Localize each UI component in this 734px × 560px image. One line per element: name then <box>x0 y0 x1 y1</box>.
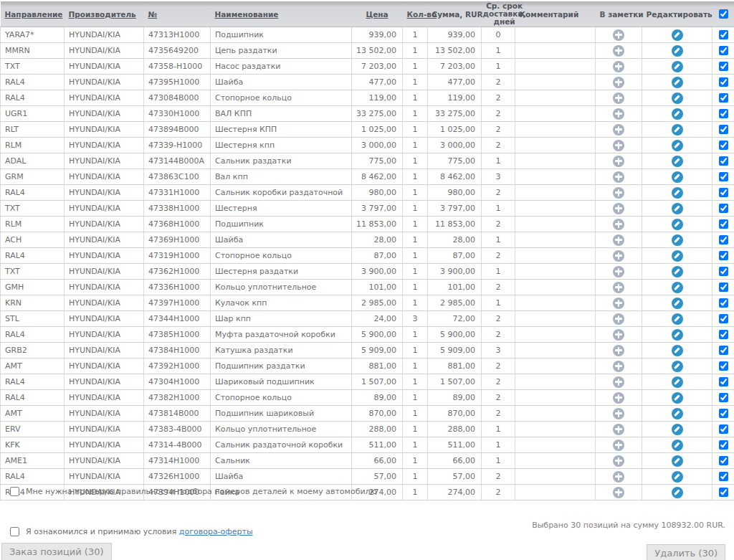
col-header-price[interactable]: Цена <box>366 10 388 19</box>
edit-pencil-icon[interactable] <box>672 156 683 167</box>
add-to-notes-plus-icon[interactable] <box>613 471 624 483</box>
edit-pencil-icon[interactable] <box>672 376 683 388</box>
row-checkbox[interactable] <box>719 46 728 55</box>
delete-button[interactable]: Удалить (30) <box>647 544 725 560</box>
row-checkbox[interactable] <box>719 377 728 386</box>
row-checkbox[interactable] <box>719 156 728 166</box>
row-checkbox[interactable] <box>719 204 728 213</box>
add-to-notes-plus-icon[interactable] <box>613 250 624 262</box>
row-checkbox[interactable] <box>719 235 728 245</box>
add-to-notes-plus-icon[interactable] <box>613 29 624 41</box>
add-to-notes-plus-icon[interactable] <box>613 376 624 388</box>
add-to-notes-plus-icon[interactable] <box>613 203 624 214</box>
add-to-notes-plus-icon[interactable] <box>613 361 624 372</box>
row-checkbox[interactable] <box>719 251 728 260</box>
offer-checkbox[interactable] <box>10 527 19 536</box>
add-to-notes-plus-icon[interactable] <box>613 282 624 293</box>
row-checkbox[interactable] <box>719 298 728 308</box>
add-to-notes-plus-icon[interactable] <box>613 455 624 467</box>
edit-pencil-icon[interactable] <box>672 455 683 467</box>
row-checkbox[interactable] <box>719 125 728 134</box>
col-header-manufacturer[interactable]: Производитель <box>69 10 136 19</box>
add-to-notes-plus-icon[interactable] <box>613 408 624 419</box>
row-checkbox[interactable] <box>719 109 728 118</box>
add-to-notes-plus-icon[interactable] <box>613 440 624 451</box>
add-to-notes-plus-icon[interactable] <box>613 424 624 435</box>
row-checkbox[interactable] <box>719 361 728 371</box>
row-checkbox[interactable] <box>719 488 728 497</box>
add-to-notes-plus-icon[interactable] <box>613 156 624 167</box>
row-checkbox[interactable] <box>719 393 728 402</box>
add-to-notes-plus-icon[interactable] <box>613 92 624 104</box>
edit-pencil-icon[interactable] <box>672 219 683 230</box>
edit-pencil-icon[interactable] <box>672 424 683 435</box>
add-to-notes-plus-icon[interactable] <box>613 45 624 57</box>
edit-pencil-icon[interactable] <box>672 361 683 372</box>
row-checkbox[interactable] <box>719 267 728 276</box>
edit-pencil-icon[interactable] <box>672 187 683 199</box>
edit-pencil-icon[interactable] <box>672 266 683 277</box>
edit-pencil-icon[interactable] <box>672 408 683 419</box>
edit-pencil-icon[interactable] <box>672 440 683 451</box>
row-checkbox[interactable] <box>719 456 728 465</box>
add-to-notes-plus-icon[interactable] <box>613 61 624 72</box>
row-checkbox[interactable] <box>719 283 728 292</box>
add-to-notes-plus-icon[interactable] <box>613 298 624 309</box>
add-to-notes-plus-icon[interactable] <box>613 392 624 404</box>
row-checkbox[interactable] <box>719 314 728 323</box>
row-checkbox[interactable] <box>719 424 728 434</box>
row-checkbox[interactable] <box>719 330 728 339</box>
verification-checkbox[interactable] <box>10 487 19 496</box>
row-checkbox[interactable] <box>719 440 728 450</box>
add-to-notes-plus-icon[interactable] <box>613 171 624 183</box>
add-to-notes-plus-icon[interactable] <box>613 219 624 230</box>
add-to-notes-plus-icon[interactable] <box>613 234 624 246</box>
row-checkbox[interactable] <box>719 93 728 103</box>
row-checkbox[interactable] <box>719 77 728 87</box>
add-to-notes-plus-icon[interactable] <box>613 345 624 356</box>
row-checkbox[interactable] <box>719 62 728 71</box>
edit-pencil-icon[interactable] <box>672 171 683 183</box>
edit-pencil-icon[interactable] <box>672 313 683 325</box>
add-to-notes-plus-icon[interactable] <box>613 77 624 88</box>
row-checkbox[interactable] <box>719 30 728 39</box>
edit-pencil-icon[interactable] <box>672 234 683 246</box>
edit-pencil-icon[interactable] <box>672 108 683 120</box>
edit-pencil-icon[interactable] <box>672 77 683 88</box>
edit-pencil-icon[interactable] <box>672 487 683 498</box>
edit-pencil-icon[interactable] <box>672 298 683 309</box>
edit-pencil-icon[interactable] <box>672 345 683 356</box>
edit-pencil-icon[interactable] <box>672 45 683 57</box>
col-header-number[interactable]: № <box>148 10 158 19</box>
edit-pencil-icon[interactable] <box>672 61 683 72</box>
row-checkbox[interactable] <box>719 188 728 197</box>
edit-pencil-icon[interactable] <box>672 124 683 136</box>
add-to-notes-plus-icon[interactable] <box>613 266 624 277</box>
edit-pencil-icon[interactable] <box>672 203 683 214</box>
add-to-notes-plus-icon[interactable] <box>613 187 624 199</box>
row-checkbox[interactable] <box>719 346 728 355</box>
add-to-notes-plus-icon[interactable] <box>613 487 624 498</box>
edit-pencil-icon[interactable] <box>672 250 683 262</box>
order-button[interactable]: Заказ позиций (30) <box>1 543 112 560</box>
edit-pencil-icon[interactable] <box>672 282 683 293</box>
edit-pencil-icon[interactable] <box>672 92 683 104</box>
add-to-notes-plus-icon[interactable] <box>613 124 624 136</box>
row-checkbox[interactable] <box>719 472 728 481</box>
add-to-notes-plus-icon[interactable] <box>613 329 624 341</box>
row-checkbox[interactable] <box>719 141 728 150</box>
add-to-notes-plus-icon[interactable] <box>613 140 624 151</box>
row-checkbox[interactable] <box>719 409 728 418</box>
edit-pencil-icon[interactable] <box>672 29 683 41</box>
offer-link[interactable]: договора-оферты <box>179 527 253 536</box>
row-checkbox[interactable] <box>719 219 728 229</box>
select-all-checkbox[interactable] <box>719 9 728 19</box>
edit-pencil-icon[interactable] <box>672 329 683 341</box>
edit-pencil-icon[interactable] <box>672 471 683 483</box>
row-checkbox[interactable] <box>719 172 728 181</box>
edit-pencil-icon[interactable] <box>672 140 683 151</box>
col-header-name[interactable]: Наименование <box>215 10 279 19</box>
add-to-notes-plus-icon[interactable] <box>613 313 624 325</box>
col-header-direction[interactable]: Направление <box>5 10 63 19</box>
edit-pencil-icon[interactable] <box>672 392 683 404</box>
